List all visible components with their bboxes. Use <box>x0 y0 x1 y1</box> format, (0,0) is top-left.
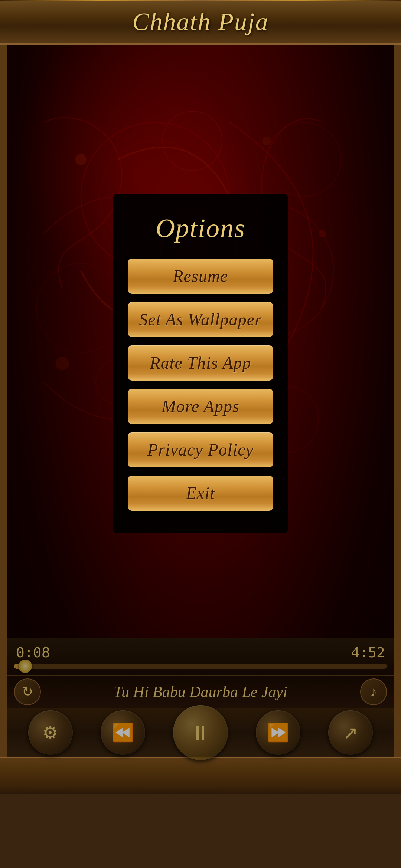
bottom-strip <box>0 757 401 794</box>
modal-overlay: Options Resume Set As Wallpaper Rate Thi… <box>7 45 394 757</box>
exit-button[interactable]: Exit <box>128 476 273 511</box>
set-wallpaper-button[interactable]: Set As Wallpaper <box>128 302 273 337</box>
privacy-policy-button[interactable]: Privacy Policy <box>128 432 273 467</box>
options-title: Options <box>156 213 245 244</box>
app-title: Chhath Puja <box>132 7 269 36</box>
resume-button[interactable]: Resume <box>128 259 273 294</box>
options-dialog: Options Resume Set As Wallpaper Rate Thi… <box>113 194 288 533</box>
header: Chhath Puja <box>0 0 401 45</box>
rate-app-button[interactable]: Rate This App <box>128 345 273 381</box>
more-apps-button[interactable]: More Apps <box>128 389 273 424</box>
main-content: Options Resume Set As Wallpaper Rate Thi… <box>0 45 401 757</box>
